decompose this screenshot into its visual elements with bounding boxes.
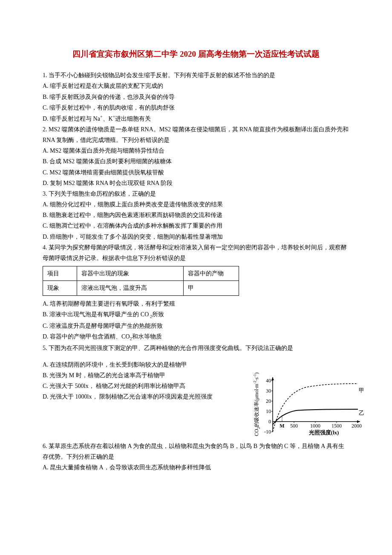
q1-d-text-pre: D. 缩手反射过程与 Na bbox=[43, 116, 100, 122]
ytick-20: 20 bbox=[266, 398, 271, 404]
ylabel-pre: CO bbox=[254, 429, 259, 436]
q4-d-post: 和水等物质 bbox=[132, 333, 162, 340]
q5-option-a: A. 在连续阴雨的环境中，生长受到影响较大的是植物甲 bbox=[43, 359, 349, 370]
q1-d-text-mid: 、K bbox=[103, 116, 113, 122]
q4-option-c: C. 溶液温度升高是酵母菌呼吸产生的热能所致 bbox=[43, 321, 349, 331]
q4-stem: 4. 某同学为探究酵母菌的呼吸情况，将活酵母和淀粉溶液装入留有一定空间的密闭容器… bbox=[43, 242, 349, 263]
q4-table: 项目 容器中出现的现象 容器中的产物 现象 溶液出现气泡，温度升高 甲 bbox=[43, 266, 239, 295]
table-cell: 甲 bbox=[184, 281, 239, 295]
ylabel-sup1: -2 bbox=[253, 381, 257, 384]
ylabel-sup2: -1 bbox=[253, 374, 257, 377]
q3-option-c: C. 细胞凋亡过程中，在溶酶体内合成的多种水解酶发挥了重要的作用 bbox=[43, 220, 349, 231]
svg-text:CO2的吸收速率(μmol·m-2·s-1): CO2的吸收速率(μmol·m-2·s-1) bbox=[253, 372, 261, 436]
q6-option-a: A. 昆虫大量捕食植物 A，会导致该农田生态系统物种多样性降低 bbox=[43, 462, 349, 473]
y-ticks: -10 0 10 20 30 40 bbox=[264, 378, 273, 435]
ylabel-post: 的吸收速率(μmol·m bbox=[254, 383, 259, 427]
ytick-neg10: -10 bbox=[264, 429, 271, 435]
xtick-1500: 1500 bbox=[331, 423, 342, 429]
table-cell: 现象 bbox=[43, 281, 77, 295]
q4-b-post: 所致 bbox=[152, 311, 164, 318]
q1-d-text-post: 进出细胞有关 bbox=[115, 116, 151, 122]
q2-stem: 2. MS2 噬菌体的遗传物质是一条单链 RNA。MS2 噬菌体在侵染细菌后，其… bbox=[43, 124, 349, 145]
q5-stem: 5. 下图为在不同光照强度下测定的甲、乙两种植物的光合作用强度变化曲线。下列说法… bbox=[43, 343, 349, 353]
ytick-10: 10 bbox=[266, 408, 271, 414]
xtick-1000: 1000 bbox=[310, 423, 320, 429]
q5-chart: CO2的吸收速率(μmol·m-2·s-1) -10 0 10 20 30 40 bbox=[251, 372, 362, 453]
xtick-500: 500 bbox=[290, 423, 298, 429]
q2-option-a: A. MS2 噬菌体蛋白质外壳能与细菌特异性结合 bbox=[43, 145, 349, 156]
table-row: 现象 溶液出现气泡，温度升高 甲 bbox=[43, 281, 239, 295]
series-yi-label: 乙 bbox=[359, 410, 364, 416]
ytick-30: 30 bbox=[266, 388, 271, 394]
subscript-2: 2 bbox=[149, 314, 152, 319]
q3-option-d: D. 癌细胞中，可能发生了多个基因的突变，细胞间的黏着性显著增加 bbox=[43, 231, 349, 242]
q5-options-wrap: A. 在连续阴雨的环境中，生长受到影响较大的是植物甲 B. 光强为 M 时，植物… bbox=[43, 359, 349, 402]
q1-option-c: C. 缩手反射过程中，有的肌肉收缩，有的肌肉舒张 bbox=[43, 102, 349, 113]
table-cell: 容器中出现的现象 bbox=[77, 266, 184, 281]
q2-option-b: B. 合成 MS2 噬菌体蛋白质时要利用细菌的核糖体 bbox=[43, 156, 349, 167]
q4-option-d: D. 容器中的产物甲包含酒精、CO2和水等物质 bbox=[43, 331, 349, 343]
q1-option-b: B. 缩手反射既涉及兴奋的传递，也涉及兴奋的传导 bbox=[43, 92, 349, 102]
q2-option-d: D. 复制 MS2 噬菌体 RNA 时会出现双链 RNA 阶段 bbox=[43, 178, 349, 188]
q1-stem: 1. 当手不小心触碰到尖锐物品时会发生缩手反射。下列有关缩手反射的叙述不恰当的的… bbox=[43, 70, 349, 81]
ytick-40: 40 bbox=[266, 378, 271, 384]
series-jia-label: 甲 bbox=[359, 387, 364, 393]
exam-title: 四川省宜宾市叙州区第二中学 2020 届高考生物第一次适应性考试试题 bbox=[43, 47, 349, 61]
arrow-up-icon bbox=[271, 377, 274, 380]
table-cell: 容器中的产物 bbox=[184, 266, 239, 281]
q4-option-b: B. 溶液中出现气泡是有氧呼吸产生的 CO 2所致 bbox=[43, 309, 349, 321]
q1-option-d: D. 缩手反射过程与 Na+、K+进出细胞有关 bbox=[43, 113, 349, 124]
q3-option-b: B. 细胞衰老过程中，细胞内因色素逐渐积累而妨碍物质的交流和传递 bbox=[43, 210, 349, 220]
ytick-0: 0 bbox=[268, 419, 271, 425]
table-row: 项目 容器中出现的现象 容器中的产物 bbox=[43, 266, 239, 281]
q3-option-a: A. 细胞分化过程中，细胞膜上蛋白质种类改变是遗传物质改变的结果 bbox=[43, 199, 349, 210]
q4-d-pre: D. 容器中的产物甲包含酒精、CO bbox=[43, 333, 130, 340]
table-cell: 项目 bbox=[43, 266, 77, 281]
xtick-2000: 2000 bbox=[352, 423, 362, 429]
xtick-m: M bbox=[280, 423, 284, 429]
q2-option-c: C. MS2 噬菌体增殖需要由细菌提供脱氧核苷酸 bbox=[43, 167, 349, 178]
ylabel-end: ) bbox=[254, 372, 259, 374]
x-ticks: M 500 1000 1500 2000 bbox=[280, 422, 362, 429]
q3-stem: 3. 下列关于细胞生命历程的叙述，正确的是 bbox=[43, 188, 349, 199]
q4-b-pre: B. 溶液中出现气泡是有氧呼吸产生的 CO bbox=[43, 311, 149, 318]
table-cell: 溶液出现气泡，温度升高 bbox=[77, 281, 184, 295]
q1-option-a: A. 缩手反射过程是在大脑皮层的支配下完成的 bbox=[43, 81, 349, 91]
q4-option-a: A. 培养初期酵母菌主要进行有氧呼吸，有利于繁殖 bbox=[43, 298, 349, 309]
xlabel: 光照强度(lx) bbox=[308, 429, 339, 436]
